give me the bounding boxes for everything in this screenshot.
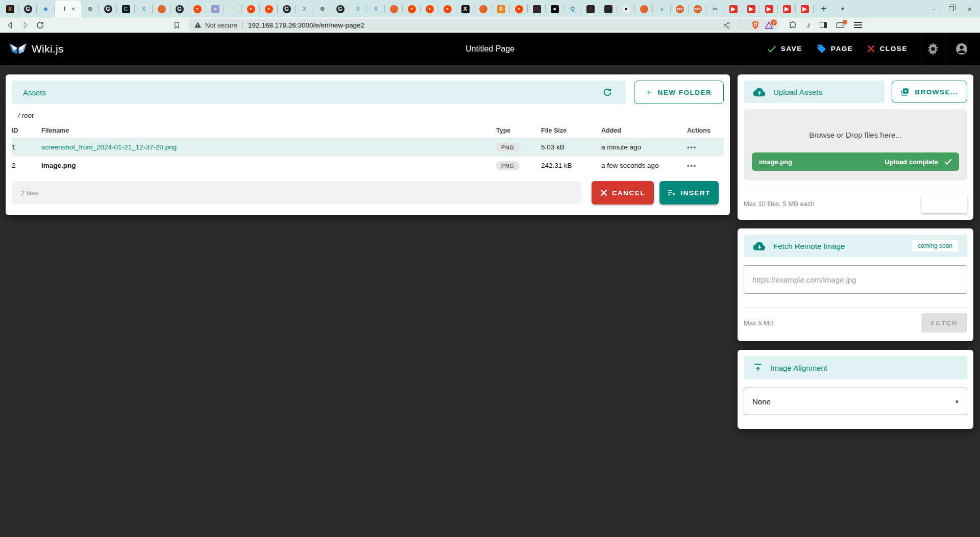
tab-favicon <box>640 5 648 13</box>
media-note-icon[interactable]: ♪ <box>806 20 811 30</box>
account-icon[interactable] <box>951 39 972 59</box>
cell-filename[interactable]: image.png <box>41 162 496 169</box>
browser-tab[interactable]: G <box>331 1 349 17</box>
remote-url-input[interactable] <box>744 265 967 294</box>
omnibox[interactable]: Not secure 192.168.178.26:3000/e/en/new-… <box>189 19 778 31</box>
menu-hamburger-icon[interactable] <box>854 22 862 28</box>
browser-tab[interactable]: ▶ <box>778 1 796 17</box>
alignment-select[interactable]: None ▾ <box>744 388 967 415</box>
browser-tab[interactable] <box>385 1 403 17</box>
browser-tab[interactable]: ▶ <box>760 1 778 17</box>
browser-tab[interactable]: ⊕ <box>313 1 331 17</box>
tab-search-caret-icon[interactable]: ▾ <box>841 5 844 12</box>
url-text[interactable]: 192.168.178.26:3000/e/en/new-page2 <box>248 21 364 29</box>
fetch-title: Fetch Remote Image <box>773 242 845 250</box>
restore-button[interactable] <box>949 6 954 11</box>
assets-title-bar: Assets <box>12 81 626 104</box>
browser-tab[interactable] <box>635 1 653 17</box>
table-header-row: IDFilenameTypeFile SizeAddedActions <box>12 122 724 138</box>
browser-tab[interactable]: {} <box>653 1 671 17</box>
browser-tab[interactable]: • <box>260 1 278 17</box>
browser-tab[interactable]: ≡ <box>581 1 599 17</box>
browser-tab[interactable]: ◆ <box>37 1 55 17</box>
browser-tab[interactable] <box>153 1 170 17</box>
share-icon[interactable] <box>723 21 730 29</box>
browser-tab[interactable]: ● <box>546 1 564 17</box>
browser-tab[interactable]: • <box>438 1 456 17</box>
brave-shield-icon[interactable] <box>751 20 760 30</box>
browser-tab[interactable]: ≡ <box>224 1 242 17</box>
upload-title-bar: Upload Assets <box>744 81 885 103</box>
minimize-button[interactable]: – <box>932 5 936 13</box>
browser-tab[interactable]: • <box>188 1 206 17</box>
browser-tab[interactable]: G <box>99 1 117 17</box>
browser-tab[interactable]: Q <box>564 1 581 17</box>
cancel-button[interactable]: CANCEL <box>592 181 654 204</box>
wallet-icon[interactable] <box>836 21 845 29</box>
row-actions-menu-icon[interactable]: ••• <box>687 143 724 151</box>
save-button[interactable]: SAVE <box>760 40 810 58</box>
browser-tab[interactable]: ask <box>689 1 706 17</box>
tab-favicon: X <box>6 5 14 13</box>
browser-tab[interactable]: X <box>296 1 313 17</box>
rewards-triangle-icon[interactable]: 2 <box>765 21 773 29</box>
sidebar-toggle-icon[interactable] <box>820 22 827 28</box>
browser-tab[interactable]: • <box>403 1 421 17</box>
browser-tab[interactable]: X <box>349 1 367 17</box>
not-secure-warning-icon[interactable] <box>194 21 202 29</box>
back-icon[interactable] <box>6 21 15 30</box>
browser-tab[interactable]: I × <box>55 1 81 17</box>
file-dropzone[interactable]: Browse or Drop files here... image.png U… <box>744 109 967 181</box>
settings-gear-icon[interactable] <box>923 39 943 59</box>
cell-filename[interactable]: screenshot_from_2024-01-21_12-37-20.png <box>41 143 496 151</box>
browser-tab[interactable]: X <box>135 1 153 17</box>
cell-added: a minute ago <box>601 143 687 151</box>
bookmark-icon[interactable] <box>173 21 181 30</box>
page-properties-button[interactable]: PAGE <box>810 39 861 59</box>
new-folder-button[interactable]: + NEW FOLDER <box>634 81 724 104</box>
browser-tab[interactable]: ask <box>671 1 689 17</box>
browser-tab[interactable]: G <box>278 1 296 17</box>
tab-close-icon[interactable]: × <box>71 6 76 12</box>
insert-button[interactable]: INSERT <box>659 181 719 204</box>
tab-favicon <box>479 5 487 13</box>
browser-tab[interactable] <box>474 1 492 17</box>
browser-tab[interactable]: X <box>1 1 19 17</box>
browser-tab[interactable]: jc <box>206 1 224 17</box>
browser-tab[interactable]: ▶ <box>742 1 760 17</box>
browser-tab[interactable]: ≡ <box>528 1 546 17</box>
fetch-button[interactable]: FETCH <box>921 313 967 333</box>
close-editor-button[interactable]: CLOSE <box>860 40 915 58</box>
reload-icon[interactable] <box>36 21 44 30</box>
extensions-puzzle-icon[interactable] <box>789 21 797 30</box>
assets-dialog: Assets + NEW FOLDER / root IDFilenameTyp… <box>6 74 730 215</box>
table-row[interactable]: 1 screenshot_from_2024-01-21_12-37-20.pn… <box>12 138 724 156</box>
forward-icon[interactable] <box>21 21 30 30</box>
plus-icon: + <box>646 87 653 98</box>
browser-tab[interactable]: • <box>510 1 528 17</box>
browser-tab[interactable]: • <box>421 1 438 17</box>
browser-tab[interactable]: X <box>492 1 510 17</box>
window-close-button[interactable]: × <box>967 5 972 13</box>
row-actions-menu-icon[interactable]: ••• <box>687 162 724 169</box>
breadcrumb[interactable]: / root <box>18 112 724 119</box>
browser-tab[interactable]: X <box>456 1 474 17</box>
browser-tab[interactable]: ≡ <box>599 1 617 17</box>
browser-tab[interactable]: ⊕ <box>81 1 99 17</box>
table-row[interactable]: 2 image.png PNG 242.31 kB a few seconds … <box>12 156 724 174</box>
browser-tab[interactable]: ▶ <box>796 1 814 17</box>
browser-tab[interactable]: • <box>242 1 260 17</box>
browser-tab[interactable]: UL <box>706 1 724 17</box>
browser-tab[interactable]: G <box>170 1 188 17</box>
browser-tab[interactable]: X <box>367 1 385 17</box>
browser-tab[interactable]: ● <box>617 1 635 17</box>
browse-button[interactable]: BROWSE... <box>892 81 967 103</box>
tab-favicon: ▶ <box>729 5 738 13</box>
browser-tab[interactable]: C <box>117 1 135 17</box>
upload-button[interactable]: UPLOAD <box>921 194 967 213</box>
browser-tab[interactable]: ▶ <box>724 1 742 17</box>
security-label[interactable]: Not secure <box>205 21 237 29</box>
browser-tab[interactable]: G <box>19 1 37 17</box>
refresh-icon[interactable] <box>600 85 615 99</box>
new-tab-button[interactable]: + <box>816 3 832 15</box>
